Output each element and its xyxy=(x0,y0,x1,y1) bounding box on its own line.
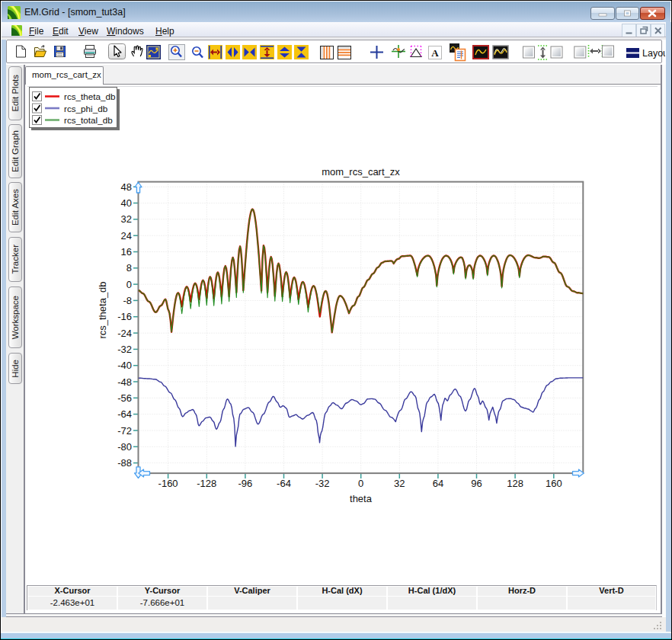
svg-text:128: 128 xyxy=(507,478,523,489)
svg-text:32: 32 xyxy=(394,478,405,489)
svg-text:-64: -64 xyxy=(117,408,132,420)
svg-text:mom_rcs_cart_zx: mom_rcs_cart_zx xyxy=(322,166,400,178)
svg-text:-160: -160 xyxy=(158,478,178,489)
svg-text:-40: -40 xyxy=(117,360,132,371)
svg-text:-32: -32 xyxy=(117,344,132,355)
svg-text:-88: -88 xyxy=(117,457,132,469)
svg-text:160: 160 xyxy=(546,478,562,489)
svg-text:-80: -80 xyxy=(117,441,132,453)
svg-text:32: 32 xyxy=(121,213,132,225)
svg-text:0: 0 xyxy=(126,279,132,290)
svg-text:40: 40 xyxy=(121,197,132,209)
svg-text:-64: -64 xyxy=(277,478,291,489)
svg-text:-96: -96 xyxy=(238,478,253,489)
svg-text:-32: -32 xyxy=(315,478,330,489)
svg-text:-72: -72 xyxy=(117,425,132,437)
svg-text:0: 0 xyxy=(358,478,363,489)
svg-text:rcs_total_db: rcs_total_db xyxy=(64,115,113,125)
svg-text:theta: theta xyxy=(350,493,373,504)
svg-text:-16: -16 xyxy=(117,311,132,322)
svg-text:24: 24 xyxy=(121,230,132,242)
svg-text:-8: -8 xyxy=(123,295,132,306)
svg-text:-48: -48 xyxy=(117,376,132,388)
svg-text:rcs_theta_db: rcs_theta_db xyxy=(97,281,108,338)
svg-text:48: 48 xyxy=(121,181,132,193)
svg-text:8: 8 xyxy=(126,262,132,274)
svg-text:-56: -56 xyxy=(117,392,132,404)
svg-text:rcs_theta_db: rcs_theta_db xyxy=(64,91,116,101)
svg-text:96: 96 xyxy=(471,478,482,489)
svg-text:-24: -24 xyxy=(117,328,132,339)
svg-text:16: 16 xyxy=(121,246,132,258)
svg-text:-128: -128 xyxy=(197,478,216,489)
svg-text:64: 64 xyxy=(433,478,443,489)
svg-text:rcs_phi_db: rcs_phi_db xyxy=(64,103,108,113)
